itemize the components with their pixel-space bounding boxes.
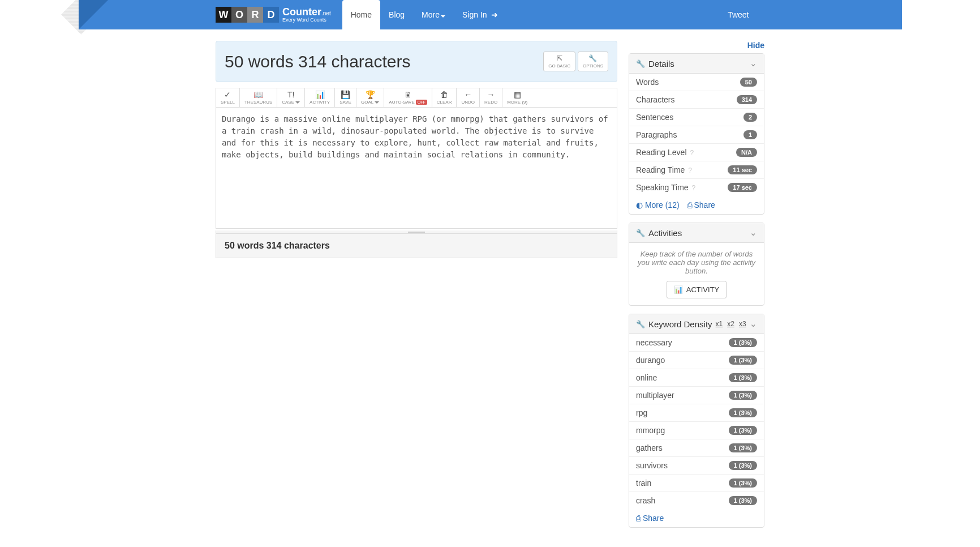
autosave-icon: 🗎 (404, 91, 412, 99)
keyword-row: multiplayer1 (3%) (629, 387, 764, 404)
details-row-label: Reading Level ? (636, 148, 694, 157)
header-bar: 50 words 314 characters ⇱ GO BASIC 🔧 OPT… (216, 41, 617, 82)
keyword-x3[interactable]: x3 (739, 320, 746, 328)
autosave-button[interactable]: 🗎AUTO-SAVEOFF (384, 88, 432, 107)
external-icon: ⇱ (557, 54, 562, 62)
thesaurus-button[interactable]: 📖THESAURUS (240, 88, 277, 107)
chevron-down-icon[interactable]: ⌄ (750, 228, 757, 238)
tweet-link[interactable]: Tweet (728, 10, 749, 19)
wrench-icon: 🔧 (636, 320, 645, 328)
keyword-row-value: 1 (3%) (729, 496, 757, 505)
logo-word-blocks: W O R D (216, 7, 279, 23)
details-title: Details (648, 59, 674, 69)
case-icon: T! (287, 91, 294, 99)
keyword-row-value: 1 (3%) (729, 478, 757, 488)
trophy-icon: 🏆 (366, 91, 375, 99)
keyword-row-value: 1 (3%) (729, 391, 757, 400)
chevron-down-icon[interactable]: ⌄ (750, 58, 757, 69)
wrench-icon: 🔧 (636, 59, 645, 68)
more-tools-button[interactable]: ▦MORE (9) (502, 88, 532, 107)
save-button[interactable]: 💾SAVE (335, 88, 356, 107)
details-row-value: N/A (736, 148, 757, 157)
keyword-row-value: 1 (3%) (729, 443, 757, 452)
details-row-value: 314 (737, 95, 757, 104)
keyword-row-label: survivors (636, 461, 668, 470)
keyword-row-label: durango (636, 356, 665, 365)
keyword-row-label: online (636, 373, 657, 382)
signin-icon: ➜ (491, 10, 498, 19)
chart-icon: 📊 (674, 285, 683, 294)
details-more-link[interactable]: ◐ More (12) (636, 200, 680, 210)
activity-panel-button[interactable]: 📊ACTIVITY (667, 281, 727, 298)
wrench-icon: 🔧 (636, 229, 645, 237)
save-icon: 💾 (341, 91, 350, 99)
footer-summary: 50 words 314 characters (216, 234, 617, 258)
keyword-row: durango1 (3%) (629, 352, 764, 369)
help-icon[interactable]: ? (690, 149, 694, 157)
details-row-label: Speaking Time ? (636, 183, 695, 192)
caret-icon (441, 15, 445, 18)
nav-more[interactable]: More (413, 0, 454, 29)
caret-icon (295, 101, 300, 104)
keyword-row: gathers1 (3%) (629, 439, 764, 457)
details-row-label: Reading Time ? (636, 165, 692, 174)
chevron-down-icon[interactable]: ⌄ (750, 319, 757, 329)
text-input[interactable] (216, 107, 617, 229)
resize-handle[interactable] (216, 230, 617, 234)
keyword-row: train1 (3%) (629, 475, 764, 492)
keyword-share-link[interactable]: ⎙ Share (636, 514, 664, 523)
options-button[interactable]: 🔧 OPTIONS (578, 52, 608, 71)
help-icon[interactable]: ? (692, 184, 696, 192)
nav-home[interactable]: Home (342, 0, 380, 29)
book-icon: 📖 (253, 91, 263, 99)
wrench-icon: 🔧 (588, 54, 597, 62)
keyword-row-label: train (636, 478, 651, 488)
keyword-row-label: crash (636, 496, 655, 505)
nav-signin[interactable]: Sign In ➜ (454, 0, 506, 29)
keyword-row-value: 1 (3%) (729, 461, 757, 470)
details-share-link[interactable]: ⎙ Share (687, 200, 715, 210)
go-basic-button[interactable]: ⇱ GO BASIC (543, 52, 575, 71)
undo-button[interactable]: ←UNDO (457, 88, 480, 107)
details-row: Paragraphs1 (629, 126, 764, 144)
details-row: Characters314 (629, 91, 764, 109)
help-icon[interactable]: ? (688, 166, 692, 174)
keyword-row-label: gathers (636, 443, 663, 452)
keyword-row-value: 1 (3%) (729, 426, 757, 435)
details-row: Sentences2 (629, 109, 764, 126)
keyword-row-label: multiplayer (636, 391, 674, 400)
activities-description: Keep track of the number of words you wr… (636, 250, 757, 275)
goal-button[interactable]: 🏆GOAL (356, 88, 384, 107)
logo[interactable]: W O R D Counter.net Every Word Counts (216, 7, 331, 23)
spell-button[interactable]: ✓SPELL (216, 88, 240, 107)
undo-icon: ← (464, 91, 472, 99)
details-row-label: Paragraphs (636, 130, 677, 139)
hide-sidebar-link[interactable]: Hide (629, 41, 764, 50)
caret-icon (375, 101, 379, 104)
details-row: Reading Level ?N/A (629, 144, 764, 161)
check-icon: ✓ (224, 91, 231, 99)
keyword-title: Keyword Density (648, 319, 712, 329)
keyword-x1[interactable]: x1 (716, 320, 723, 328)
nav-blog[interactable]: Blog (380, 0, 413, 29)
activity-button[interactable]: 📊ACTIVITY (305, 88, 335, 107)
case-button[interactable]: T!CASE (277, 88, 305, 107)
activities-title: Activities (648, 228, 682, 238)
details-row: Speaking Time ?17 sec (629, 179, 764, 196)
keyword-row-label: rpg (636, 408, 647, 417)
details-row-label: Characters (636, 95, 674, 104)
keyword-density-panel: 🔧Keyword Density x1 x2 x3 ⌄ necessary1 (… (629, 314, 764, 528)
chart-icon: 📊 (315, 91, 325, 99)
details-row-value: 1 (743, 130, 757, 139)
keyword-x2[interactable]: x2 (727, 320, 734, 328)
redo-button[interactable]: →REDO (480, 88, 502, 107)
toolbar: ✓SPELL 📖THESAURUS T!CASE 📊ACTIVITY 💾SAVE… (216, 88, 617, 107)
keyword-row: mmorpg1 (3%) (629, 422, 764, 439)
keyword-row: survivors1 (3%) (629, 457, 764, 475)
logo-text: Counter.net Every Word Counts (282, 7, 331, 23)
details-row: Words50 (629, 74, 764, 91)
keyword-row: crash1 (3%) (629, 492, 764, 509)
details-row-label: Sentences (636, 113, 673, 122)
details-row-value: 50 (740, 78, 757, 87)
clear-button[interactable]: 🗑CLEAR (432, 88, 457, 107)
